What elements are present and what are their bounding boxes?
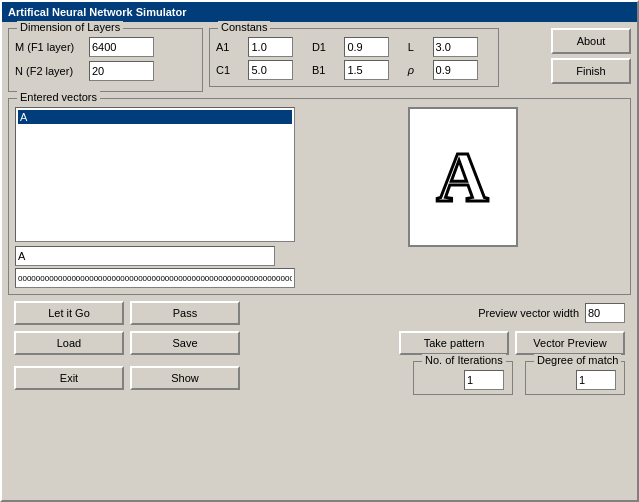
b1-label: B1	[312, 64, 340, 76]
action-row-2-left: Load Save	[14, 331, 240, 355]
preview-width-label: Preview vector width	[478, 307, 579, 319]
b1-input[interactable]	[344, 60, 389, 80]
c1-label: C1	[216, 64, 244, 76]
window-title: Artifical Neural Network Simulator	[8, 6, 187, 18]
action-row-1-left: Let it Go Pass	[14, 301, 240, 325]
preview-width-input[interactable]	[585, 303, 625, 323]
action-row-2-right: Take pattern Vector Preview	[399, 331, 625, 355]
vector-list[interactable]: A	[15, 107, 295, 242]
pass-button[interactable]: Pass	[130, 301, 240, 325]
bottom-row: Exit Show No. of Iterations Degree of ma…	[8, 361, 631, 395]
left-panel: A	[15, 107, 295, 288]
a1-label: A1	[216, 41, 244, 53]
c1-input[interactable]	[248, 60, 293, 80]
entered-vectors-group: Entered vectors A A	[8, 98, 631, 295]
constants-label: Constans	[218, 21, 270, 33]
title-bar: Artifical Neural Network Simulator	[2, 2, 637, 22]
let-it-go-button[interactable]: Let it Go	[14, 301, 124, 325]
right-panel: A	[301, 107, 624, 288]
preview-box: A	[408, 107, 518, 247]
dimensions-group: Dimension of Layers M (F1 layer) N (F2 l…	[8, 28, 203, 92]
l-label: L	[408, 41, 429, 53]
action-row-1-right: Preview vector width	[478, 303, 625, 323]
vector-preview-button[interactable]: Vector Preview	[515, 331, 625, 355]
bottom-right: No. of Iterations Degree of match	[413, 361, 625, 395]
load-button[interactable]: Load	[14, 331, 124, 355]
n-layer-label: N (F2 layer)	[15, 65, 85, 77]
constants-group: Constans A1 D1 L C1 B1 ρ	[209, 28, 499, 87]
vector-name-input[interactable]	[15, 246, 275, 266]
action-row-1: Let it Go Pass Preview vector width	[8, 301, 631, 325]
d1-input[interactable]	[344, 37, 389, 57]
save-button[interactable]: Save	[130, 331, 240, 355]
right-buttons-panel: About Finish	[551, 28, 631, 84]
degree-input[interactable]	[576, 370, 616, 390]
finish-button[interactable]: Finish	[551, 58, 631, 84]
action-row-2: Load Save Take pattern Vector Preview	[8, 331, 631, 355]
preview-letter: A	[437, 141, 489, 213]
a1-input[interactable]	[248, 37, 293, 57]
vector-data-input[interactable]	[15, 268, 295, 288]
iterations-group: No. of Iterations	[413, 361, 513, 395]
rho-label: ρ	[408, 64, 429, 76]
n-layer-input[interactable]	[89, 61, 154, 81]
main-window: Artifical Neural Network Simulator Dimen…	[0, 0, 639, 502]
about-button[interactable]: About	[551, 28, 631, 54]
m-layer-label: M (F1 layer)	[15, 41, 85, 53]
iterations-label: No. of Iterations	[422, 354, 506, 366]
degree-group: Degree of match	[525, 361, 625, 395]
take-pattern-button[interactable]: Take pattern	[399, 331, 509, 355]
d1-label: D1	[312, 41, 340, 53]
l-input[interactable]	[433, 37, 478, 57]
iterations-input[interactable]	[464, 370, 504, 390]
entered-vectors-label: Entered vectors	[17, 91, 100, 103]
m-layer-input[interactable]	[89, 37, 154, 57]
bottom-left: Exit Show	[14, 366, 240, 390]
dimensions-label: Dimension of Layers	[17, 21, 123, 33]
rho-input[interactable]	[433, 60, 478, 80]
degree-label: Degree of match	[534, 354, 621, 366]
show-button[interactable]: Show	[130, 366, 240, 390]
list-item[interactable]: A	[18, 110, 292, 124]
exit-button[interactable]: Exit	[14, 366, 124, 390]
